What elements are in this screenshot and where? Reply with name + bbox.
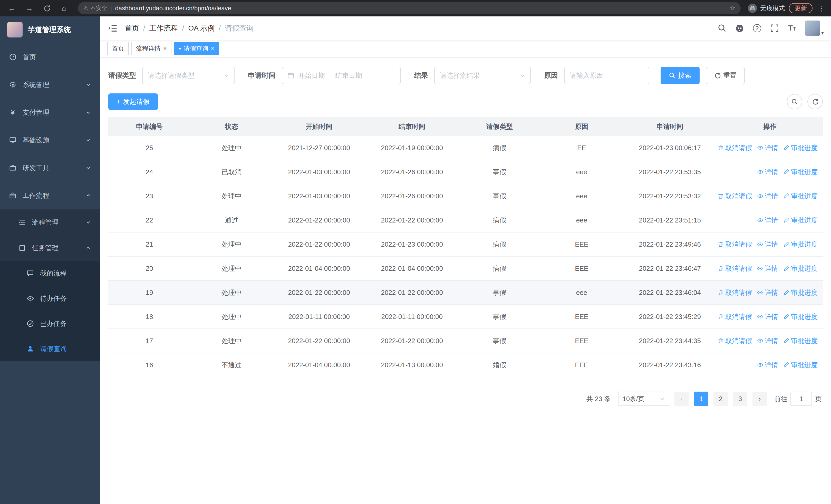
url-divider: | bbox=[110, 4, 112, 12]
sidebar-item-process-management[interactable]: 流程管理 bbox=[0, 209, 100, 235]
bookmark-star-icon[interactable]: ☆ bbox=[729, 4, 736, 12]
cancel-leave-link[interactable]: 取消请假 bbox=[718, 144, 752, 152]
sidebar-item-infrastructure[interactable]: 基础设施 bbox=[0, 126, 100, 154]
browser-forward-button[interactable]: → bbox=[23, 2, 36, 15]
cell-type: 病假 bbox=[458, 144, 541, 152]
sidebar-item-devtools[interactable]: 研发工具 bbox=[0, 154, 100, 182]
approval-progress-link[interactable]: 审批进度 bbox=[783, 144, 818, 152]
detail-link[interactable]: 详情 bbox=[757, 360, 778, 369]
progress-label: 审批进度 bbox=[791, 168, 818, 177]
github-button[interactable] bbox=[735, 24, 744, 33]
cell-actions: 详情 审批进度 bbox=[717, 360, 823, 369]
detail-link[interactable]: 详情 bbox=[757, 264, 778, 273]
approval-progress-link[interactable]: 审批进度 bbox=[783, 336, 818, 346]
incognito-badge: 无痕模式 bbox=[748, 4, 785, 13]
browser-reload-button[interactable] bbox=[40, 2, 53, 15]
detail-link[interactable]: 详情 bbox=[757, 288, 778, 297]
approval-progress-link[interactable]: 审批进度 bbox=[783, 192, 818, 201]
cell-actions: 取消请假 详情 审批进度 bbox=[717, 240, 823, 249]
sidebar-fold-icon[interactable] bbox=[107, 23, 118, 33]
detail-link[interactable]: 详情 bbox=[757, 168, 778, 177]
detail-link[interactable]: 详情 bbox=[757, 312, 778, 321]
sidebar-item-workflow[interactable]: 工作流程 bbox=[0, 182, 100, 209]
browser-update-button[interactable]: 更新 bbox=[789, 3, 812, 13]
sidebar-item-todo-tasks[interactable]: 待办任务 bbox=[0, 286, 100, 311]
sidebar-item-leave-query[interactable]: 请假查询 bbox=[0, 336, 100, 361]
eye-icon bbox=[757, 314, 763, 320]
page-button-2[interactable]: 2 bbox=[713, 392, 728, 406]
cell-reason: EEE bbox=[541, 265, 623, 272]
progress-label: 审批进度 bbox=[791, 240, 818, 249]
sidebar-item-task-management[interactable]: 任务管理 bbox=[0, 235, 100, 261]
detail-link[interactable]: 详情 bbox=[757, 336, 778, 346]
col-status: 状态 bbox=[191, 122, 273, 131]
approval-progress-link[interactable]: 审批进度 bbox=[783, 168, 818, 177]
security-warning[interactable]: ⚠ 不安全 bbox=[83, 4, 107, 12]
detail-label: 详情 bbox=[765, 360, 778, 369]
tab-leave-query[interactable]: ● 请假查询 × bbox=[174, 42, 219, 55]
goto-page-input[interactable] bbox=[791, 392, 812, 406]
page-button-3[interactable]: 3 bbox=[733, 392, 747, 406]
cancel-leave-link[interactable]: 取消请假 bbox=[718, 264, 752, 273]
cancel-leave-link[interactable]: 取消请假 bbox=[718, 240, 752, 249]
browser-home-button[interactable]: ⌂ bbox=[57, 2, 71, 15]
reason-input[interactable] bbox=[570, 71, 643, 80]
browser-menu-button[interactable]: ⋮ bbox=[816, 4, 826, 12]
approval-progress-link[interactable]: 审批进度 bbox=[783, 360, 818, 369]
search-button[interactable] bbox=[718, 24, 727, 33]
detail-link[interactable]: 详情 bbox=[757, 240, 778, 249]
sidebar-item-home[interactable]: 首页 bbox=[0, 43, 100, 71]
page-button-1[interactable]: 1 bbox=[694, 392, 708, 406]
next-page-button[interactable]: › bbox=[752, 392, 767, 406]
date-range-picker[interactable]: 开始日期 - 结束日期 bbox=[282, 67, 401, 84]
sidebar-item-payment[interactable]: ¥ 支付管理 bbox=[0, 98, 100, 126]
breadcrumb-home[interactable]: 首页 bbox=[125, 23, 139, 33]
prev-page-button[interactable]: ‹ bbox=[675, 392, 689, 406]
approval-progress-link[interactable]: 审批进度 bbox=[783, 240, 818, 249]
tab-process-detail[interactable]: 流程详情 × bbox=[132, 42, 171, 55]
page-size-select[interactable]: 10条/页 bbox=[618, 392, 669, 406]
font-size-button[interactable]: TT bbox=[787, 24, 797, 33]
sidebar-item-system[interactable]: 系统管理 bbox=[0, 71, 100, 98]
user-menu[interactable]: ▾ bbox=[805, 21, 824, 36]
table-row: 23 处理中 2022-01-03 00:00:00 2022-01-26 00… bbox=[108, 184, 823, 208]
approval-progress-link[interactable]: 审批进度 bbox=[783, 216, 818, 225]
toggle-search-button[interactable] bbox=[787, 94, 802, 109]
cell-start: 2022-01-22 00:00:00 bbox=[273, 240, 366, 248]
leave-type-select[interactable]: 请选择请假类型 bbox=[142, 67, 235, 84]
breadcrumb-workflow[interactable]: 工作流程 bbox=[149, 23, 178, 33]
table-row: 24 已取消 2022-01-03 00:00:00 2022-01-26 00… bbox=[108, 160, 823, 184]
font-size-small-icon: T bbox=[793, 26, 796, 32]
sidebar-item-my-processes[interactable]: 我的流程 bbox=[0, 261, 100, 286]
cancel-leave-link[interactable]: 取消请假 bbox=[718, 288, 752, 297]
refresh-table-button[interactable] bbox=[807, 94, 823, 109]
search-submit-button[interactable]: 搜索 bbox=[661, 67, 699, 84]
fullscreen-button[interactable] bbox=[770, 24, 779, 33]
date-separator: - bbox=[329, 71, 331, 80]
help-button[interactable]: ? bbox=[752, 24, 762, 33]
approval-progress-link[interactable]: 审批进度 bbox=[783, 312, 818, 321]
dashboard-icon bbox=[9, 53, 17, 61]
cancel-leave-link[interactable]: 取消请假 bbox=[718, 336, 752, 346]
close-icon[interactable]: × bbox=[211, 46, 214, 52]
reset-button[interactable]: 重置 bbox=[706, 67, 745, 84]
result-select[interactable]: 请选择流结果 bbox=[434, 67, 531, 84]
breadcrumb-oa-example[interactable]: OA 示例 bbox=[189, 23, 215, 33]
create-leave-button[interactable]: + 发起请假 bbox=[108, 93, 158, 110]
workflow-submenu: 流程管理 任务管理 我的 bbox=[0, 209, 100, 361]
close-icon[interactable]: × bbox=[163, 46, 167, 52]
browser-back-button[interactable]: ← bbox=[5, 2, 19, 15]
cell-actions: 取消请假 详情 审批进度 bbox=[717, 264, 823, 273]
eye-icon bbox=[757, 169, 763, 175]
app-logo[interactable]: 芋道管理系统 bbox=[0, 17, 100, 43]
detail-link[interactable]: 详情 bbox=[757, 144, 778, 152]
approval-progress-link[interactable]: 审批进度 bbox=[783, 264, 818, 273]
cancel-leave-link[interactable]: 取消请假 bbox=[718, 312, 752, 321]
address-bar[interactable]: ⚠ 不安全 | dashboard.yudao.iocoder.cn/bpm/o… bbox=[78, 2, 741, 14]
detail-link[interactable]: 详情 bbox=[757, 192, 778, 201]
sidebar-item-done-tasks[interactable]: 已办任务 bbox=[0, 311, 100, 336]
tab-home[interactable]: 首页 bbox=[107, 42, 129, 55]
cancel-leave-link[interactable]: 取消请假 bbox=[718, 192, 752, 201]
detail-link[interactable]: 详情 bbox=[757, 216, 778, 225]
approval-progress-link[interactable]: 审批进度 bbox=[783, 288, 818, 297]
